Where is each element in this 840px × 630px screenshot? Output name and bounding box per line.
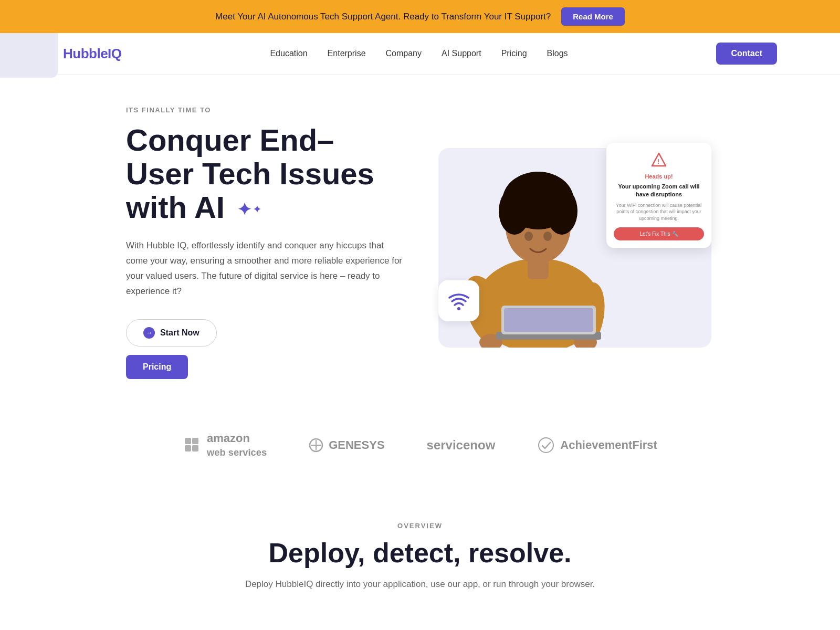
genesys-text: GENESYS: [329, 438, 384, 452]
nav-link-ai-support[interactable]: AI Support: [442, 49, 481, 58]
nav-link-pricing[interactable]: Pricing: [501, 49, 527, 58]
svg-point-18: [457, 307, 460, 310]
logo-genesys: GENESYS: [309, 438, 384, 453]
star-icon-1: ✦: [237, 201, 251, 219]
logo-servicenow: servicenow: [427, 438, 496, 453]
svg-point-14: [524, 232, 533, 241]
hero-title-line3: with AI: [126, 190, 233, 224]
genesys-icon: [309, 438, 323, 453]
hero-eyebrow: ITS FINALLY TIME TO: [126, 106, 404, 114]
svg-rect-22: [192, 445, 198, 452]
achievement-first-icon: [537, 436, 555, 454]
svg-rect-19: [185, 438, 191, 444]
svg-point-5: [512, 172, 564, 214]
aws-text: amazonweb services: [207, 432, 267, 459]
contact-button[interactable]: Contact: [716, 43, 777, 65]
notification-heads-up: Heads up!: [614, 173, 704, 180]
notification-warning-icon: !: [614, 152, 704, 169]
notification-sub-text: Your WiFi connection will cause potentia…: [614, 202, 704, 222]
hero-person-svg: [454, 159, 622, 348]
logo-text-hubble: Hubble: [63, 46, 108, 61]
triangle-warning-icon: !: [651, 152, 667, 167]
nav-logo: HubbleIQ: [63, 46, 122, 62]
hero-right: ! Heads up! Your upcoming Zoom call will…: [436, 138, 714, 348]
pricing-button[interactable]: Pricing: [126, 355, 188, 379]
nav-decoration: [0, 33, 58, 78]
hero-title-line1: Conquer End–: [126, 123, 334, 157]
notification-card: ! Heads up! Your upcoming Zoom call will…: [606, 143, 711, 248]
navbar: HubbleIQ Education Enterprise Company AI…: [0, 33, 840, 75]
servicenow-text: servicenow: [427, 438, 496, 453]
achievement-first-text: AchievementFirst: [560, 438, 657, 452]
svg-rect-6: [528, 258, 549, 279]
svg-rect-13: [504, 308, 593, 332]
arrow-icon: →: [143, 327, 155, 339]
hero-title-line2: User Tech Issues: [126, 156, 374, 191]
logo-aws: amazonweb services: [183, 432, 267, 459]
svg-rect-21: [185, 445, 191, 452]
nav-links: Education Enterprise Company AI Support …: [270, 49, 568, 58]
top-banner: Meet Your AI Autonomous Tech Support Age…: [0, 0, 840, 33]
hero-stars: ✦ ✦: [237, 201, 261, 219]
hero-buttons: → Start Now Pricing: [126, 319, 404, 379]
overview-description: Deploy HubbleIQ directly into your appli…: [236, 579, 604, 590]
banner-text: Meet Your AI Autonomous Tech Support Age…: [215, 12, 551, 22]
start-now-button[interactable]: → Start Now: [126, 319, 217, 346]
wifi-icon: [447, 290, 470, 311]
overview-section: OVERVIEW Deploy, detect, resolve. Deploy…: [0, 480, 840, 630]
svg-rect-20: [192, 438, 198, 444]
aws-icon: [183, 436, 202, 455]
hero-section: ITS FINALLY TIME TO Conquer End– User Te…: [0, 75, 840, 411]
hero-description: With Hubble IQ, effortlessly identify an…: [126, 238, 404, 299]
start-now-label: Start Now: [160, 328, 200, 338]
logo-text-iq: IQ: [108, 46, 121, 61]
nav-link-blogs[interactable]: Blogs: [547, 49, 568, 58]
overview-title: Deploy, detect, resolve.: [63, 537, 777, 569]
hero-left: ITS FINALLY TIME TO Conquer End– User Te…: [126, 106, 404, 379]
nav-link-education[interactable]: Education: [270, 49, 307, 58]
logo-achievement-first: AchievementFirst: [537, 436, 657, 454]
nav-link-enterprise[interactable]: Enterprise: [328, 49, 366, 58]
star-icon-2: ✦: [253, 205, 261, 219]
nav-link-company[interactable]: Company: [386, 49, 422, 58]
overview-label: OVERVIEW: [63, 522, 777, 530]
logos-section: amazonweb services GENESYS servicenow Ac…: [0, 411, 840, 480]
hero-title: Conquer End– User Tech Issues with AI ✦ …: [126, 123, 404, 224]
wifi-card: [438, 280, 479, 321]
fix-this-button[interactable]: Let's Fix This 🔧: [614, 227, 704, 240]
banner-read-more-button[interactable]: Read More: [561, 7, 625, 26]
svg-point-15: [543, 232, 552, 241]
svg-text:!: !: [657, 158, 659, 165]
svg-point-26: [539, 438, 553, 453]
notification-main-text: Your upcoming Zoom call will have disrup…: [614, 183, 704, 199]
hero-illustration: ! Heads up! Your upcoming Zoom call will…: [438, 138, 711, 348]
